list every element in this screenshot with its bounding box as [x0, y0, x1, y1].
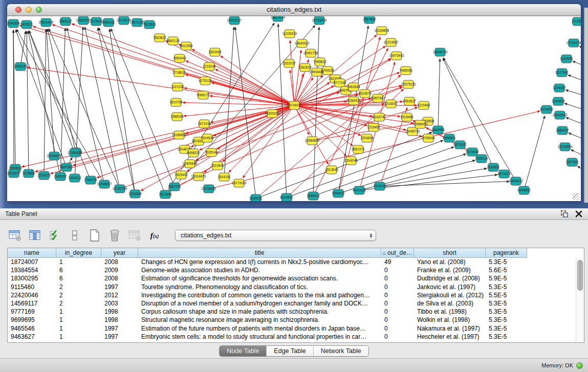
graph-node[interactable]: 1795725 — [84, 176, 97, 184]
graph-node[interactable]: 1822060 — [208, 48, 222, 56]
resize-grip[interactable] — [573, 193, 580, 200]
graph-node[interactable]: 1350513 — [68, 174, 81, 182]
graph-node[interactable]: 1214275 — [37, 171, 51, 180]
graph-node[interactable]: 1513545 — [325, 166, 338, 174]
table-panel-header[interactable]: Table Panel — [0, 208, 588, 220]
graph-node[interactable]: 1640954 — [431, 126, 445, 134]
table-row[interactable]: 1872400712008Changes of HCN gene express… — [8, 258, 576, 266]
graph-node[interactable]: 1362615 — [298, 63, 312, 72]
graph-node[interactable]: 9129996 — [560, 55, 573, 63]
delete-column-icon[interactable] — [108, 229, 121, 242]
graph-node[interactable]: 1145197 — [54, 172, 67, 181]
graph-node[interactable]: 1405571 — [20, 20, 33, 29]
graph-node[interactable]: 16648794 — [433, 48, 448, 56]
graph-node[interactable]: 1513546 — [159, 190, 172, 199]
graph-node[interactable]: 8466161 — [102, 18, 115, 27]
table-row[interactable]: 1830029562008Estimation of significance … — [8, 274, 576, 282]
graph-node[interactable]: 7635144 — [205, 148, 218, 157]
graph-node[interactable]: 7663822 — [153, 34, 166, 42]
graph-node[interactable]: 2935114 — [475, 155, 488, 163]
graph-node[interactable]: 9066171 — [197, 91, 210, 99]
graph-node[interactable]: 4275121 — [199, 77, 212, 85]
graph-node[interactable]: 2040554 — [7, 19, 20, 28]
graph-node[interactable]: 1968164 — [170, 113, 184, 121]
graph-node[interactable]: 12213967 — [384, 38, 399, 47]
graph-node[interactable]: 15753924 — [312, 16, 327, 25]
graph-node[interactable]: 1016747 — [373, 113, 386, 121]
graph-node[interactable]: 1218148 — [203, 62, 216, 71]
graph-node[interactable]: 9227342 — [555, 69, 569, 77]
graph-node[interactable]: 2204046 — [344, 157, 358, 165]
graph-node[interactable]: 9860124 — [166, 37, 180, 45]
show-columns-icon[interactable] — [28, 229, 41, 242]
graph-node[interactable]: 20364436 — [346, 97, 361, 105]
graph-node[interactable]: 17016504 — [558, 143, 573, 151]
graph-node[interactable]: 1665327 — [59, 17, 72, 26]
table-row[interactable]: 911546021997Tourette syndrome. Phenomeno… — [8, 283, 576, 291]
close-panel-icon[interactable] — [575, 210, 583, 218]
graph-node[interactable]: 7625402 — [175, 171, 188, 179]
table-row[interactable]: 1938455462009Genome-wide association stu… — [8, 266, 576, 274]
graph-node[interactable]: 19166852 — [172, 131, 187, 139]
graph-node[interactable]: 1589297 — [556, 126, 569, 135]
graph-node[interactable]: 2204604 — [360, 134, 374, 142]
graph-node[interactable]: 16154808 — [375, 27, 389, 35]
network-canvas[interactable]: 2040554140557120891406166532710653257152… — [7, 16, 581, 201]
graph-node[interactable]: 2718612 — [172, 69, 186, 77]
select-rows-icon[interactable] — [48, 229, 61, 242]
graph-node[interactable]: 8215958 — [540, 105, 553, 114]
graph-node[interactable]: 8958921 — [443, 134, 456, 142]
window-titlebar[interactable]: citations_edges.txt — [7, 4, 581, 16]
graph-node[interactable]: 2887682 — [363, 16, 376, 24]
graph-node[interactable]: 16210643 — [553, 111, 568, 119]
column-header-short[interactable]: short — [414, 248, 486, 258]
delete-table-disabled-icon[interactable] — [128, 229, 141, 242]
graph-node[interactable]: 1624151 — [217, 173, 231, 181]
tab-edge-table[interactable]: Edge Table — [267, 346, 313, 356]
graph-node[interactable]: 7632621 — [487, 163, 500, 171]
graph-node[interactable]: 9245652 — [517, 186, 531, 194]
graph-node[interactable]: 19384554 — [305, 137, 320, 145]
graph-node[interactable]: 1515469 — [400, 113, 413, 121]
graph-node[interactable]: 1216453 — [367, 123, 380, 132]
column-header-out_de[interactable]: △out_de… — [381, 248, 414, 258]
graph-node[interactable]: 1871931 — [198, 120, 211, 128]
graph-node[interactable]: 15716485 — [202, 185, 216, 193]
graph-node[interactable]: 1519541 — [211, 162, 224, 170]
graph-node[interactable]: 10719195 — [117, 16, 132, 25]
tab-node-table[interactable]: Node Table — [220, 346, 267, 356]
graph-node[interactable]: 1167533 — [566, 158, 579, 166]
graph-node[interactable]: 7679193 — [373, 182, 386, 190]
graph-node[interactable]: 9777169 — [333, 79, 346, 87]
function-builder-icon[interactable]: f(x) — [148, 229, 161, 242]
graph-node[interactable]: 1115683 — [23, 169, 35, 178]
scrollbar-thumb[interactable] — [577, 260, 583, 291]
graph-node[interactable]: 9245051 — [249, 194, 263, 201]
graph-node[interactable]: 1810754 — [169, 98, 183, 106]
graph-node[interactable]: 1112504 — [572, 17, 581, 26]
graph-node[interactable]: 7615526 — [143, 20, 156, 29]
graph-node[interactable]: 16782759 — [113, 185, 127, 193]
graph-node[interactable]: 2065150 — [14, 62, 27, 71]
graph-node[interactable]: 15751074 — [567, 39, 581, 47]
graph-node[interactable]: 20206576 — [47, 152, 62, 160]
column-header-name[interactable]: name — [8, 248, 56, 258]
graph-node[interactable]: 1096432 — [332, 189, 345, 198]
column-header-title[interactable]: title — [138, 248, 381, 258]
graph-node[interactable]: 9115460 — [418, 101, 430, 110]
graph-node[interactable]: 9795493 — [422, 134, 435, 142]
graph-node[interactable]: 1221336 — [171, 83, 184, 91]
graph-node[interactable]: 9498222 — [187, 149, 200, 157]
graph-node[interactable]: 1292344 — [128, 190, 142, 198]
column-header-in_degree[interactable]: in_degree — [56, 248, 101, 258]
graph-node[interactable]: 16961758 — [303, 49, 318, 57]
graph-node[interactable]: 18300295 — [265, 110, 280, 118]
graph-node[interactable]: 9857791 — [168, 183, 181, 191]
graph-node[interactable]: 1695413 — [307, 192, 320, 200]
graph-node[interactable]: 12975115 — [401, 80, 416, 89]
graph-node[interactable]: 7485063 — [399, 67, 412, 75]
graph-node[interactable]: 1650442 — [173, 54, 186, 62]
table-row[interactable]: 2242004622012Investigating the contribut… — [8, 291, 576, 299]
graph-node[interactable]: 8921426 — [353, 186, 366, 194]
graph-node[interactable]: 6216007 — [384, 100, 398, 108]
